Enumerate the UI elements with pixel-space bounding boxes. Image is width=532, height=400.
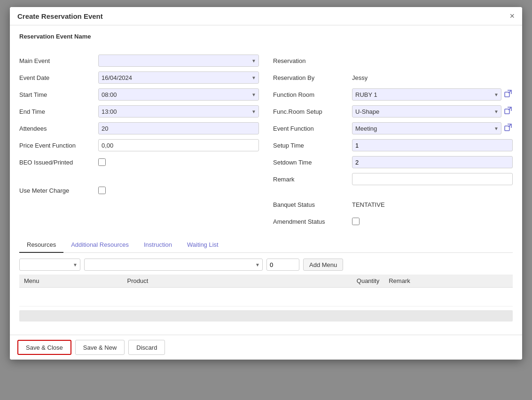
external-link-icon <box>504 90 512 97</box>
event-function-with-external: Meeting ▼ <box>352 122 513 134</box>
amendment-status-row: Amendment Status <box>273 215 513 228</box>
banquet-status-value: TENTATIVE <box>352 201 385 208</box>
use-meter-row: Use Meter Charge <box>19 184 259 197</box>
beo-checkbox[interactable] <box>98 158 106 166</box>
func-room-setup-row: Func.Room Setup U-Shape ▼ <box>273 105 513 118</box>
col-quantity: Quantity <box>250 275 384 288</box>
reservation-by-value: Jessy <box>352 74 368 81</box>
resources-table: Menu Product Quantity Remark <box>19 275 513 306</box>
func-room-setup-select[interactable]: U-Shape <box>352 105 501 118</box>
product-select[interactable] <box>84 259 263 271</box>
reservation-name-label: Reservation Event Name <box>19 33 513 40</box>
banquet-status-row: Banquet Status TENTATIVE <box>273 198 513 211</box>
attendees-input[interactable] <box>98 122 259 134</box>
save-close-button[interactable]: Save & Close <box>17 340 71 355</box>
func-room-setup-external-link-button[interactable] <box>503 107 513 116</box>
reservation-row: Reservation <box>273 54 513 67</box>
modal-title: Create Reservation Event <box>17 12 103 20</box>
discard-button[interactable]: Discard <box>128 340 165 355</box>
setup-time-input[interactable] <box>352 139 513 151</box>
func-room-setup-with-external: U-Shape ▼ <box>352 105 513 118</box>
tabs-header: Resources Additional Resources Instructi… <box>19 237 513 253</box>
event-date-row: Event Date 16/04/2024 ▼ <box>19 71 259 84</box>
col-product: Product <box>123 275 250 288</box>
event-function-select[interactable]: Meeting <box>352 122 501 134</box>
attendees-label: Attendees <box>19 125 94 132</box>
empty-cell <box>19 288 513 306</box>
main-event-row: Main Event ▼ <box>19 54 259 67</box>
event-function-external-icon <box>504 124 512 131</box>
setup-time-row: Setup Time <box>273 139 513 152</box>
amendment-status-label: Amendment Status <box>273 218 348 225</box>
right-form-section: Reservation Reservation By Jessy Functio… <box>273 54 513 228</box>
banquet-status-label: Banquet Status <box>273 201 348 208</box>
tab-waiting-list[interactable]: Waiting List <box>180 237 226 253</box>
event-function-external-link-button[interactable] <box>503 124 513 133</box>
function-room-select-wrapper: RUBY 1 ▼ <box>352 88 501 101</box>
func-room-setup-external-icon <box>504 107 512 114</box>
function-room-external-link-button[interactable] <box>503 90 513 99</box>
product-select-wrapper: ▼ <box>84 259 263 271</box>
save-new-button[interactable]: Save & New <box>75 340 125 355</box>
main-event-label: Main Event <box>19 57 94 64</box>
function-room-select[interactable]: RUBY 1 <box>352 88 501 101</box>
remark-input[interactable] <box>352 173 513 185</box>
amendment-status-checkbox[interactable] <box>352 218 360 225</box>
bottom-gray-bar <box>19 310 513 322</box>
table-header: Menu Product Quantity Remark <box>19 275 513 288</box>
add-menu-button[interactable]: Add Menu <box>303 259 343 271</box>
table-body <box>19 288 513 306</box>
attendees-row: Attendees <box>19 122 259 135</box>
main-event-select[interactable] <box>98 55 259 67</box>
reservation-label: Reservation <box>273 57 348 64</box>
beo-label: BEO Issued/Printed <box>19 159 94 166</box>
event-date-select[interactable]: 16/04/2024 <box>98 71 259 84</box>
tab-instruction[interactable]: Instruction <box>136 237 180 253</box>
function-room-label: Function Room <box>273 91 348 98</box>
modal-overlay: Create Reservation Event × Reservation E… <box>0 0 532 400</box>
end-time-select[interactable]: 13:00 <box>98 105 259 118</box>
use-meter-label: Use Meter Charge <box>19 187 94 194</box>
tab-content-resources: ▼ ▼ Add Menu <box>19 253 513 327</box>
remark-row: Remark <box>273 173 513 186</box>
modal-header: Create Reservation Event × <box>10 7 522 25</box>
function-room-with-external: RUBY 1 ▼ <box>352 88 513 101</box>
reservation-by-row: Reservation By Jessy <box>273 71 513 84</box>
price-event-input[interactable] <box>98 139 259 151</box>
resources-toolbar: ▼ ▼ Add Menu <box>19 259 513 271</box>
func-room-setup-select-wrapper: U-Shape ▼ <box>352 105 501 118</box>
end-time-row: End Time 13:00 ▼ <box>19 105 259 118</box>
event-function-row: Event Function Meeting ▼ <box>273 122 513 135</box>
function-room-row: Function Room RUBY 1 ▼ <box>273 88 513 101</box>
quantity-input[interactable] <box>266 259 299 271</box>
use-meter-checkbox[interactable] <box>98 187 106 194</box>
reservation-by-label: Reservation By <box>273 74 348 81</box>
left-form-section: Main Event ▼ Event Date 16/04/2024 <box>19 54 259 228</box>
remark-label: Remark <box>273 176 348 183</box>
tab-additional-resources[interactable]: Additional Resources <box>63 237 136 253</box>
table-empty-row <box>19 288 513 306</box>
create-reservation-modal: Create Reservation Event × Reservation E… <box>10 7 522 360</box>
modal-body: Reservation Event Name Main Event ▼ <box>10 25 522 335</box>
tab-resources[interactable]: Resources <box>19 237 63 253</box>
col-menu: Menu <box>19 275 123 288</box>
menu-select[interactable] <box>19 259 80 271</box>
tabs-container: Resources Additional Resources Instructi… <box>19 237 513 327</box>
col-remark: Remark <box>384 275 513 288</box>
event-function-select-wrapper: Meeting ▼ <box>352 122 501 134</box>
setdown-time-row: Setdown Time <box>273 156 513 169</box>
modal-footer: Save & Close Save & New Discard <box>10 335 522 360</box>
event-function-label: Event Function <box>273 125 348 132</box>
start-time-row: Start Time 08:00 ▼ <box>19 88 259 101</box>
table-header-row: Menu Product Quantity Remark <box>19 275 513 288</box>
setup-time-label: Setup Time <box>273 142 348 149</box>
start-time-select[interactable]: 08:00 <box>98 88 259 101</box>
beo-row: BEO Issued/Printed <box>19 156 259 169</box>
modal-close-button[interactable]: × <box>509 12 515 20</box>
setdown-time-label: Setdown Time <box>273 159 348 166</box>
event-date-label: Event Date <box>19 74 94 81</box>
func-room-setup-label: Func.Room Setup <box>273 108 348 115</box>
setdown-time-input[interactable] <box>352 156 513 168</box>
menu-select-wrapper: ▼ <box>19 259 80 271</box>
form-grid: Main Event ▼ Event Date 16/04/2024 <box>19 54 513 228</box>
